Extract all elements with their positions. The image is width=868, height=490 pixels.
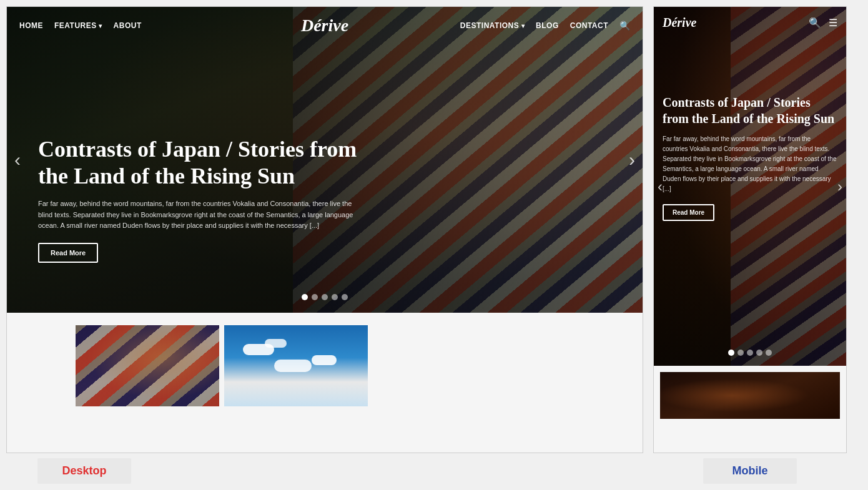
- mobile-logo: Dérive: [663, 16, 696, 30]
- mobile-thumbnail[interactable]: [660, 372, 840, 419]
- mobile-search-icon[interactable]: 🔍: [809, 17, 821, 29]
- nav-about[interactable]: ABOUT: [114, 21, 142, 30]
- nav-contact[interactable]: CONTACT: [570, 21, 608, 30]
- hero-title: Contrasts of Japan / Stories from the La…: [38, 136, 363, 190]
- mobile-hero-read-more-button[interactable]: Read More: [663, 204, 714, 221]
- nav-links-right: DESTINATIONS BLOG CONTACT 🔍: [460, 21, 630, 31]
- thumb-sky-image: [224, 325, 368, 406]
- hero-dots: [302, 294, 348, 300]
- mobile-label-container: Mobile: [653, 458, 847, 484]
- nav-home[interactable]: HOME: [19, 21, 43, 30]
- mobile-dot-4[interactable]: [756, 350, 762, 356]
- mobile-navbar: Dérive 🔍 ☰: [654, 7, 846, 38]
- mobile-label-button[interactable]: Mobile: [703, 458, 797, 484]
- dot-4[interactable]: [332, 294, 338, 300]
- hero-description: Far far away, behind the word mountains,…: [38, 198, 363, 232]
- mobile-hero-description: Far far away, behind the word mountains,…: [663, 134, 837, 194]
- thumb-japan-image: [76, 325, 219, 406]
- desktop-lower-section: [7, 313, 643, 453]
- thumbnail-sky[interactable]: [224, 325, 368, 406]
- mobile-hero-section: Dérive 🔍 ☰ Contrasts of Japan / Stories …: [654, 7, 846, 366]
- mobile-nav-icons: 🔍 ☰: [809, 17, 837, 29]
- mobile-dot-1[interactable]: [728, 350, 734, 356]
- mobile-dot-3[interactable]: [747, 350, 753, 356]
- hero-next-arrow[interactable]: ›: [629, 149, 635, 170]
- dot-5[interactable]: [342, 294, 348, 300]
- main-container: HOME FEATURES ABOUT Dérive DESTINATIONS …: [6, 6, 862, 453]
- nav-destinations[interactable]: DESTINATIONS: [460, 21, 525, 30]
- desktop-logo: Dérive: [301, 16, 348, 36]
- mobile-lower-section: [654, 366, 846, 453]
- hero-content: Contrasts of Japan / Stories from the La…: [38, 136, 363, 263]
- bottom-labels: Desktop Mobile: [6, 458, 862, 484]
- mobile-hero-dots: [728, 350, 772, 356]
- search-icon[interactable]: 🔍: [619, 21, 630, 31]
- mobile-hero-content: Contrasts of Japan / Stories from the La…: [663, 94, 837, 221]
- desktop-label-button[interactable]: Desktop: [37, 458, 131, 484]
- dot-1[interactable]: [302, 294, 308, 300]
- mobile-dot-5[interactable]: [766, 350, 772, 356]
- thumbnail-japan[interactable]: [76, 325, 219, 406]
- mobile-menu-icon[interactable]: ☰: [829, 17, 837, 29]
- dot-3[interactable]: [322, 294, 328, 300]
- desktop-preview: HOME FEATURES ABOUT Dérive DESTINATIONS …: [6, 6, 643, 453]
- desktop-hero-section: HOME FEATURES ABOUT Dérive DESTINATIONS …: [7, 7, 643, 313]
- mobile-hero-title: Contrasts of Japan / Stories from the La…: [663, 94, 837, 127]
- mobile-next-arrow[interactable]: ›: [837, 178, 842, 195]
- nav-features[interactable]: FEATURES: [54, 21, 102, 30]
- mobile-preview: Dérive 🔍 ☰ Contrasts of Japan / Stories …: [653, 6, 847, 453]
- mobile-dot-2[interactable]: [737, 350, 744, 356]
- desktop-navbar: HOME FEATURES ABOUT Dérive DESTINATIONS …: [7, 7, 643, 44]
- mobile-prev-arrow[interactable]: ‹: [658, 178, 663, 195]
- desktop-label-container: Desktop: [6, 458, 643, 484]
- dot-2[interactable]: [312, 294, 318, 300]
- hero-prev-arrow[interactable]: ‹: [14, 149, 21, 170]
- nav-links-left: HOME FEATURES ABOUT: [19, 21, 142, 30]
- nav-blog[interactable]: BLOG: [536, 21, 559, 30]
- hero-read-more-button[interactable]: Read More: [38, 243, 98, 263]
